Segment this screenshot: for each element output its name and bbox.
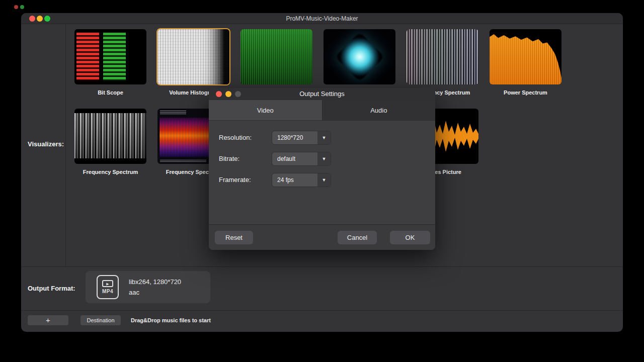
window-title: ProMV-Music-Video-Maker: [21, 13, 623, 24]
framerate-label: Framerate:: [219, 173, 251, 187]
reset-button[interactable]: Reset: [215, 231, 253, 244]
visualizer-tile-green-spectrum[interactable]: [240, 29, 312, 89]
bitrate-label: Bitrate:: [219, 152, 239, 166]
power-spectrum-art: [490, 29, 561, 84]
mp4-icon-label: MP4: [102, 289, 113, 294]
video-screen-icon: ▶: [102, 280, 113, 287]
dialog-tabs: Video Audio: [209, 100, 435, 121]
gray-spectrogram-art: [74, 113, 146, 158]
resolution-label: Resolution:: [219, 131, 252, 145]
particles-thumbnail: [324, 29, 395, 84]
frequency-spectrum-thumbnail: [407, 29, 478, 84]
visualizer-tile-frequency-spectrum-1[interactable]: Frequency Spectrum: [407, 29, 478, 96]
green-spectrum-thumbnail: [240, 29, 312, 84]
visualizers-label: Visualizers:: [28, 140, 64, 148]
separator: [21, 266, 623, 267]
tile-label: Bit Scope: [74, 89, 146, 96]
tab-audio[interactable]: Audio: [322, 100, 436, 120]
bitrate-value: default: [272, 155, 317, 162]
ok-button[interactable]: OK: [390, 231, 430, 244]
background-traffic-light-red-icon: [14, 5, 18, 9]
gray-spectrogram-thumbnail: [74, 109, 146, 164]
bit-scope-thumbnail: [74, 29, 146, 84]
visualizer-tile-volume-histogram[interactable]: Volume Histogram: [157, 29, 229, 96]
red-bars-art: [76, 33, 99, 81]
dialog-body: Resolution: 644*362 ▼ Bitrate: default …: [209, 121, 435, 224]
output-format-box[interactable]: ▶ MP4 libx264, 644*362 aac: [86, 271, 210, 303]
framerate-value: 24 fps: [272, 176, 317, 184]
visualizer-tile-bit-scope[interactable]: Bit Scope: [74, 29, 146, 96]
output-settings-dialog: Output Settings Video Audio Resolution: …: [209, 88, 435, 250]
output-format-details: libx264, 644*362 aac: [129, 278, 181, 296]
tab-video[interactable]: Video: [209, 100, 322, 120]
dialog-footer: Reset Cancel OK: [209, 224, 435, 250]
dialog-titlebar: Output Settings: [209, 88, 435, 100]
play-icon: ▶: [106, 282, 109, 286]
visualizer-tile-frequency-spectrum-2[interactable]: Frequency Spectrum: [74, 109, 146, 175]
separator: [21, 310, 623, 311]
destination-button[interactable]: Destination: [80, 315, 121, 325]
framerate-dropdown[interactable]: 24 fps ▼: [272, 173, 331, 187]
resolution-dropdown[interactable]: 644*362 ▼: [272, 131, 331, 145]
resolution-value: 644*362: [272, 134, 317, 141]
bitrate-dropdown[interactable]: default ▼: [272, 152, 331, 166]
visualizer-tile-particles[interactable]: [324, 29, 395, 89]
tile-label: Power Spectrum: [490, 89, 561, 96]
dialog-title: Output Settings: [209, 88, 435, 100]
output-format-line2: aac: [129, 289, 181, 296]
background-traffic-light-green-icon: [20, 5, 24, 9]
app-window: ProMV-Music-Video-Maker Visualizers: Bit…: [21, 13, 623, 332]
window-titlebar: ProMV-Music-Video-Maker: [21, 13, 623, 24]
output-format-label: Output Format:: [28, 285, 75, 292]
green-bars-art: [103, 33, 126, 81]
chevron-down-icon: ▼: [317, 131, 331, 144]
drag-drop-hint: Drag&Drop music files to start: [131, 317, 211, 324]
add-music-button[interactable]: +: [28, 315, 68, 325]
visualizer-tile-power-spectrum[interactable]: Power Spectrum: [490, 29, 561, 96]
desktop: ProMV-Music-Video-Maker Visualizers: Bit…: [0, 0, 644, 362]
output-format-line1: libx264, 644*362: [129, 278, 181, 286]
mp4-file-icon: ▶ MP4: [97, 275, 119, 299]
tile-label: Frequency Spectrum: [74, 169, 146, 175]
cancel-button[interactable]: Cancel: [338, 231, 377, 244]
chevron-down-icon: ▼: [317, 152, 331, 165]
volume-histogram-thumbnail: [157, 29, 229, 84]
sidebar-divider: [65, 24, 66, 266]
chevron-down-icon: ▼: [317, 173, 331, 187]
particle-blob-art: [335, 32, 384, 82]
power-spectrum-thumbnail: [490, 29, 561, 84]
